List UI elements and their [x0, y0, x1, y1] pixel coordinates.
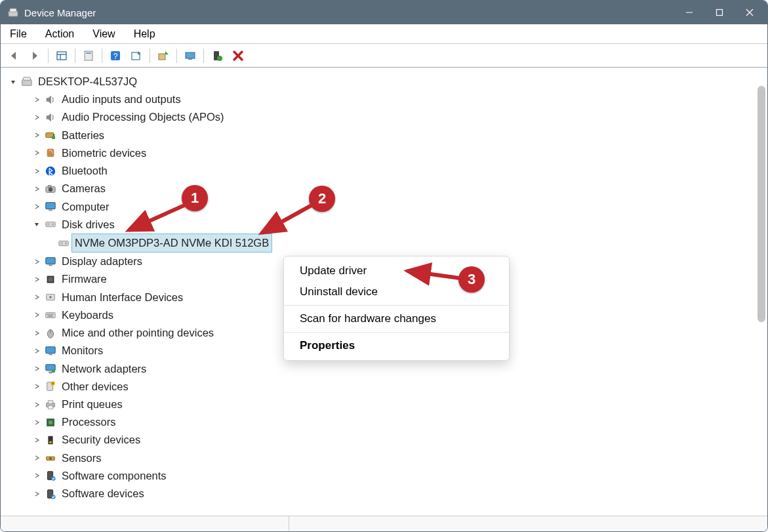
svg-point-54 [52, 369, 55, 373]
chevron-right-icon[interactable] [32, 275, 41, 284]
tree-item-security[interactable]: Security devices [6, 431, 767, 449]
chevron-right-icon[interactable] [32, 202, 41, 211]
tree-item-network[interactable]: Network adapters [6, 360, 767, 378]
context-properties[interactable]: Properties [284, 335, 509, 356]
properties-button[interactable] [79, 47, 98, 65]
svg-rect-30 [49, 210, 52, 211]
update-driver-button[interactable] [154, 47, 172, 65]
remove-device-button[interactable] [229, 47, 247, 65]
svg-rect-60 [48, 405, 52, 409]
app-icon [7, 7, 19, 18]
minimize-button[interactable] [674, 1, 704, 24]
svg-rect-51 [46, 347, 55, 354]
chevron-right-icon[interactable] [32, 489, 41, 499]
svg-rect-43 [46, 313, 55, 318]
svg-point-42 [49, 296, 52, 298]
chevron-down-icon[interactable] [32, 220, 41, 229]
chevron-right-icon[interactable] [32, 329, 41, 338]
context-uninstall-device[interactable]: Uninstall device [284, 281, 509, 302]
svg-rect-37 [46, 257, 55, 264]
chevron-right-icon[interactable] [32, 167, 41, 176]
monitor-icon [44, 256, 57, 268]
menu-view[interactable]: View [89, 26, 119, 43]
chevron-right-icon[interactable] [32, 310, 41, 319]
printer-icon [44, 399, 57, 411]
tree-item-label: Keyboards [61, 306, 114, 324]
help-button[interactable]: ? [106, 47, 125, 65]
chip-icon [44, 274, 57, 285]
svg-rect-59 [48, 400, 52, 403]
uninstall-device-button[interactable] [208, 47, 226, 65]
tree-item-disk[interactable]: Disk drives [6, 216, 767, 234]
svg-rect-28 [48, 186, 51, 188]
disk-icon [44, 218, 57, 230]
chevron-right-icon[interactable] [32, 453, 41, 462]
software-icon [44, 488, 57, 500]
battery-icon [44, 129, 57, 141]
tree-item-sensor[interactable]: Sensors [6, 449, 767, 467]
close-button[interactable] [735, 1, 765, 24]
chevron-right-icon[interactable] [32, 113, 41, 122]
tree-item-bluetooth[interactable]: Bluetooth [6, 162, 767, 180]
svg-rect-3 [717, 10, 723, 16]
svg-rect-20 [24, 77, 31, 80]
menu-action[interactable]: Action [41, 26, 78, 43]
svg-point-18 [217, 56, 222, 61]
chevron-right-icon[interactable] [32, 436, 41, 445]
tree-item-software[interactable]: Software components [6, 467, 767, 485]
chevron-right-icon[interactable] [32, 400, 41, 409]
security-icon [44, 434, 57, 446]
tree-item-printer[interactable]: Print queues [6, 396, 767, 413]
action-button[interactable] [127, 47, 146, 65]
network-icon [44, 363, 57, 375]
tree-item-software[interactable]: Software devices [6, 485, 767, 502]
chevron-right-icon[interactable] [32, 293, 41, 302]
toolbar: ? [1, 44, 767, 68]
scan-hardware-button[interactable] [181, 47, 199, 65]
nav-forward-button[interactable] [26, 47, 44, 65]
chevron-right-icon[interactable] [32, 257, 41, 266]
tree-root[interactable]: DESKTOP-4L537JQ [6, 73, 767, 91]
toolbar-separator [176, 49, 177, 63]
chevron-right-icon[interactable] [32, 364, 41, 373]
svg-text:?: ? [113, 52, 118, 61]
chevron-right-icon[interactable] [32, 346, 41, 356]
chevron-right-icon[interactable] [32, 418, 41, 427]
tree-item-fingerprint[interactable]: Biometric devices [6, 144, 767, 162]
tree-item-label: Other devices [61, 378, 129, 396]
tree-item-speaker[interactable]: Audio inputs and outputs [6, 91, 767, 108]
svg-rect-29 [46, 203, 55, 209]
tree-item-label: Sensors [61, 449, 102, 467]
show-hide-console-tree-button[interactable] [52, 47, 71, 65]
tree-item-label: Security devices [61, 431, 141, 449]
tree-root-label: DESKTOP-4L537JQ [37, 73, 138, 91]
svg-rect-16 [188, 58, 192, 60]
chevron-right-icon[interactable] [32, 184, 41, 194]
tree-item-battery[interactable]: Batteries [6, 127, 767, 144]
chevron-right-icon[interactable] [32, 471, 41, 480]
tree-item-speaker[interactable]: Audio Processing Objects (APOs) [6, 108, 767, 126]
svg-rect-14 [159, 54, 165, 60]
svg-rect-44 [47, 314, 49, 316]
tree-item-monitor[interactable]: Computer [6, 198, 767, 216]
chevron-right-icon[interactable] [32, 382, 41, 391]
menu-help[interactable]: Help [130, 26, 159, 43]
tree-item-camera[interactable]: Cameras [6, 180, 767, 197]
tree-item-other[interactable]: ?Other devices [6, 378, 767, 396]
maximize-button[interactable] [704, 1, 735, 24]
svg-rect-6 [57, 52, 66, 60]
chevron-right-icon[interactable] [32, 131, 41, 140]
menu-file[interactable]: File [6, 26, 31, 43]
context-update-driver[interactable]: Update driver [284, 260, 509, 281]
chevron-right-icon[interactable] [32, 95, 41, 104]
scrollbar-thumb[interactable] [758, 86, 765, 322]
context-scan-hardware[interactable]: Scan for hardware changes [284, 308, 509, 329]
tree-item-cpu[interactable]: Processors [6, 413, 767, 431]
toolbar-separator [102, 49, 102, 63]
tree-child-disk[interactable]: NVMe OM3PDP3-AD NVMe KDI 512GB [6, 234, 767, 253]
chevron-down-icon[interactable] [9, 77, 18, 87]
chevron-right-icon[interactable] [32, 148, 41, 157]
disk-icon [57, 237, 70, 249]
nav-back-button[interactable] [5, 47, 23, 65]
tree-item-label: Disk drives [61, 216, 115, 234]
